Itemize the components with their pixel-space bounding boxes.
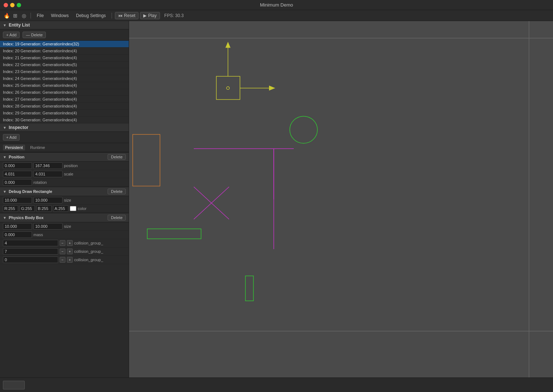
physics-size-y-input[interactable] bbox=[33, 223, 63, 230]
rotation-input[interactable] bbox=[3, 179, 32, 186]
mass-row: mass bbox=[0, 231, 129, 239]
play-label: Play bbox=[148, 13, 156, 18]
color-a-input[interactable] bbox=[53, 205, 68, 212]
list-item[interactable]: Index: 27 Generation: GenerationIndex(4) bbox=[0, 96, 129, 103]
menu-file[interactable]: File bbox=[34, 12, 47, 19]
debug-draw-rect-title: Debug Draw Rectangle bbox=[9, 189, 52, 194]
viewport-canvas bbox=[129, 21, 553, 377]
position-x-input[interactable] bbox=[3, 162, 32, 169]
collision1-row: − + collision_group_ bbox=[0, 239, 129, 247]
physics-body-box-delete-button[interactable]: Delete bbox=[108, 215, 126, 221]
color-b-input[interactable] bbox=[36, 205, 52, 212]
left-panel: ▼ Entity List + Add — Delete Index: 19 G… bbox=[0, 21, 129, 377]
collision1-plus-button[interactable]: + bbox=[67, 240, 73, 246]
physics-size-row: size bbox=[0, 222, 129, 231]
list-item[interactable]: Index: 29 Generation: GenerationIndex(4) bbox=[0, 110, 129, 117]
list-item[interactable]: Index: 24 Generation: GenerationIndex(4) bbox=[0, 75, 129, 82]
collision3-input[interactable] bbox=[3, 256, 58, 263]
position-xy-row: position bbox=[0, 162, 129, 170]
list-item[interactable]: Index: 26 Generation: GenerationIndex(4) bbox=[0, 89, 129, 96]
scale-label: scale bbox=[64, 172, 126, 176]
entity-add-button[interactable]: + Add bbox=[3, 32, 20, 38]
menu-debug-settings[interactable]: Debug Settings bbox=[73, 12, 109, 19]
list-item[interactable]: Index: 20 Generation: GenerationIndex(4) bbox=[0, 48, 129, 54]
collision1-label: collision_group_ bbox=[74, 241, 126, 245]
entity-delete-button[interactable]: — Delete bbox=[23, 32, 46, 38]
debug-draw-arrow: ▼ bbox=[3, 190, 7, 194]
play-icon: ▶ bbox=[143, 13, 147, 18]
play-button[interactable]: ▶ Play bbox=[140, 12, 160, 19]
entity-list: Index: 19 Generation: GenerationIndex(32… bbox=[0, 41, 129, 124]
inspector-toolbar: + Add bbox=[0, 132, 129, 143]
main-layout: ▼ Entity List + Add — Delete Index: 19 G… bbox=[0, 21, 553, 377]
collision1-input[interactable] bbox=[3, 240, 58, 246]
physics-body-box-header-left: ▼ Physics Body Box bbox=[3, 215, 44, 220]
position-y-input[interactable] bbox=[33, 162, 63, 169]
window-title: Minimum Demo bbox=[260, 2, 293, 8]
maximize-button[interactable] bbox=[17, 3, 21, 7]
collision3-minus-button[interactable]: − bbox=[60, 257, 65, 263]
physics-body-arrow: ▼ bbox=[3, 216, 7, 220]
bottom-bar bbox=[0, 377, 553, 392]
fps-label: FPS: 30.3 bbox=[164, 13, 184, 18]
reset-label: Reset bbox=[124, 13, 135, 18]
debug-draw-rect-delete-button[interactable]: Delete bbox=[108, 189, 126, 194]
color-r-input[interactable] bbox=[3, 205, 18, 212]
app-icon-2: ⊞ bbox=[12, 12, 19, 19]
rect-size-row: size bbox=[0, 196, 129, 205]
debug-draw-rect-header-left: ▼ Debug Draw Rectangle bbox=[3, 189, 52, 194]
svg-rect-0 bbox=[129, 21, 553, 377]
physics-body-box-title: Physics Body Box bbox=[9, 215, 44, 220]
traffic-lights bbox=[4, 3, 21, 7]
position-title: Position bbox=[9, 155, 24, 159]
entity-list-title: Entity List bbox=[9, 23, 30, 28]
list-item[interactable]: Index: 28 Generation: GenerationIndex(4) bbox=[0, 103, 129, 110]
entity-list-toolbar: + Add — Delete bbox=[0, 29, 129, 41]
rect-size-y-input[interactable] bbox=[33, 197, 63, 203]
collision3-label: collision_group_ bbox=[74, 258, 126, 262]
collision2-row: − + collision_group_ bbox=[0, 247, 129, 256]
collision3-plus-button[interactable]: + bbox=[67, 257, 73, 263]
reset-icon: ⏮ bbox=[118, 13, 123, 18]
menu-windows[interactable]: Windows bbox=[48, 12, 72, 19]
collision2-plus-button[interactable]: + bbox=[67, 248, 73, 254]
collision2-input[interactable] bbox=[3, 248, 58, 255]
list-item[interactable]: Index: 19 Generation: GenerationIndex(32… bbox=[0, 41, 129, 48]
list-item[interactable]: Index: 22 Generation: GenerationIndex(5) bbox=[0, 61, 129, 68]
collision3-row: − + collision_group_ bbox=[0, 256, 129, 264]
viewport[interactable] bbox=[129, 21, 553, 377]
close-button[interactable] bbox=[4, 3, 8, 7]
rect-size-x-input[interactable] bbox=[3, 197, 32, 203]
list-item[interactable]: Index: 25 Generation: GenerationIndex(4) bbox=[0, 82, 129, 89]
list-item[interactable]: Index: 23 Generation: GenerationIndex(4) bbox=[0, 68, 129, 75]
scale-x-input[interactable] bbox=[3, 171, 32, 177]
color-g-input[interactable] bbox=[20, 205, 35, 212]
reset-button[interactable]: ⏮ Reset bbox=[115, 12, 139, 19]
collision1-minus-button[interactable]: − bbox=[60, 240, 65, 246]
entity-list-section-header[interactable]: ▼ Entity List bbox=[0, 21, 129, 29]
collision2-label: collision_group_ bbox=[74, 249, 126, 254]
color-row: color bbox=[0, 205, 129, 213]
list-item[interactable]: Index: 21 Generation: GenerationIndex(4) bbox=[0, 54, 129, 61]
inspector-add-button[interactable]: + Add bbox=[3, 134, 20, 141]
collision2-minus-button[interactable]: − bbox=[60, 248, 65, 254]
tab-runtime[interactable]: Runtime bbox=[28, 145, 47, 150]
tab-persistent[interactable]: Persistent bbox=[3, 145, 25, 150]
mass-input[interactable] bbox=[3, 231, 32, 238]
position-delete-button[interactable]: Delete bbox=[108, 154, 126, 160]
mass-label: mass bbox=[33, 233, 126, 237]
rotation-row: rotation bbox=[0, 178, 129, 187]
scale-y-input[interactable] bbox=[33, 171, 63, 177]
inspector-section-header[interactable]: ▼ Inspector bbox=[0, 124, 129, 132]
physics-size-label: size bbox=[64, 224, 126, 229]
physics-body-box-header: ▼ Physics Body Box Delete bbox=[0, 213, 129, 222]
rotation-label: rotation bbox=[33, 180, 126, 185]
physics-size-x-input[interactable] bbox=[3, 223, 32, 230]
minimize-button[interactable] bbox=[10, 3, 15, 7]
bottom-indicator bbox=[3, 381, 25, 389]
position-arrow: ▼ bbox=[3, 155, 7, 159]
position-label: position bbox=[64, 163, 126, 168]
menubar: 🔥 ⊞ ◎ File Windows Debug Settings ⏮ Rese… bbox=[0, 10, 553, 21]
color-swatch[interactable] bbox=[70, 206, 76, 211]
list-item[interactable]: Index: 30 Generation: GenerationIndex(4) bbox=[0, 117, 129, 124]
